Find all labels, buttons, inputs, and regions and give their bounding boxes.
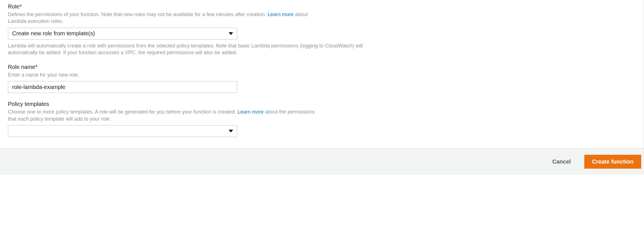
role-label: Role* xyxy=(8,3,636,10)
policy-templates-select[interactable] xyxy=(8,125,237,137)
role-name-label: Role name* xyxy=(8,64,636,70)
create-function-button[interactable]: Create function xyxy=(584,155,641,169)
policy-templates-label: Policy templates xyxy=(8,101,636,107)
role-desc-before: Defines the permissions of your function… xyxy=(8,12,267,17)
policy-templates-desc-before: Choose one or more policy templates. A r… xyxy=(8,109,237,115)
policy-templates-learn-more-link[interactable]: Learn more xyxy=(237,109,263,115)
role-help-text: Lambda will automatically create a role … xyxy=(8,42,364,56)
role-field-group: Role* Defines the permissions of your fu… xyxy=(8,3,636,56)
role-name-input[interactable] xyxy=(8,81,237,93)
role-select[interactable]: Create new role from template(s) xyxy=(8,28,237,40)
role-name-description: Enter a name for your new role. xyxy=(8,71,319,78)
policy-templates-field-group: Policy templates Choose one or more poli… xyxy=(8,101,636,137)
footer-bar: Cancel Create function xyxy=(0,148,644,175)
cancel-button[interactable]: Cancel xyxy=(551,156,573,168)
role-description: Defines the permissions of your function… xyxy=(8,11,319,25)
role-name-field-group: Role name* Enter a name for your new rol… xyxy=(8,64,636,93)
role-learn-more-link[interactable]: Learn more xyxy=(267,12,293,17)
role-select-value: Create new role from template(s) xyxy=(12,30,95,37)
policy-templates-description: Choose one or more policy templates. A r… xyxy=(8,108,319,122)
form-panel: Role* Defines the permissions of your fu… xyxy=(0,0,644,148)
policy-templates-select-wrap xyxy=(8,125,237,137)
role-select-wrap: Create new role from template(s) xyxy=(8,28,237,40)
